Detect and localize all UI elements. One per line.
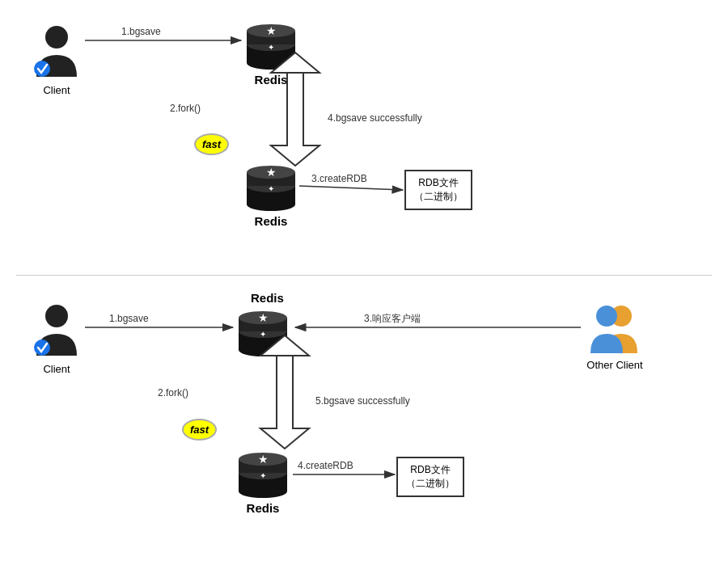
top-redis-child: ★ ✦ Redis [243, 158, 299, 228]
svg-point-39 [596, 306, 617, 327]
bottom-arrow5-label: 5.bgsave successfully [315, 395, 410, 407]
svg-text:✦: ✦ [268, 43, 274, 52]
other-client-icon [582, 303, 647, 356]
top-arrow2-label: 2.fork() [170, 103, 201, 114]
other-client-label: Other Client [586, 359, 642, 371]
bottom-arrow2-label: 2.fork() [158, 387, 188, 398]
top-redis-main-label: Redis [255, 73, 288, 86]
bottom-client-label: Client [43, 363, 70, 375]
bottom-rdb-box: RDB文件 （二进制） [396, 457, 464, 497]
svg-point-22 [45, 305, 68, 327]
svg-text:★: ★ [266, 24, 277, 37]
top-arrow4-label: 4.bgsave successfully [328, 112, 422, 124]
svg-marker-21 [271, 73, 320, 166]
svg-point-1 [34, 61, 50, 77]
svg-text:★: ★ [258, 311, 269, 324]
top-redis-main: ★ ✦ Redis [243, 16, 299, 86]
top-diagram: Client ★ ✦ Redis [0, 8, 728, 275]
bottom-redis-main-icon: ★ ✦ [235, 303, 291, 360]
bottom-fast-badge: fast [182, 419, 217, 441]
top-redis-child-icon: ★ ✦ [243, 158, 299, 214]
bottom-client: Client [32, 303, 81, 375]
bottom-diagram: Client Redis ★ ✦ ★ [0, 287, 728, 562]
bottom-redis-child: ★ ✦ Redis [235, 445, 291, 515]
bottom-client-icon [32, 303, 81, 360]
top-arrow1-label: 1.bgsave [121, 26, 161, 37]
top-arrows-svg: 1.bgsave 2.fork() 3.createRDB 4.bgsave s… [0, 8, 728, 275]
svg-text:✦: ✦ [260, 330, 266, 339]
svg-point-23 [34, 339, 50, 356]
bottom-rdb-line1: RDB文件 [406, 463, 455, 477]
svg-text:✦: ✦ [260, 471, 266, 480]
diagram-container: Client ★ ✦ Redis [0, 0, 728, 565]
other-client: Other Client [582, 303, 647, 371]
bottom-redis-main: ★ ✦ [235, 303, 291, 360]
section-divider [16, 275, 712, 276]
top-rdb-box: RDB文件 （二进制） [404, 170, 472, 210]
top-redis-child-label: Redis [255, 214, 288, 228]
svg-point-0 [45, 26, 68, 48]
top-client-label: Client [43, 84, 70, 96]
bottom-arrow3-label: 3.响应客户端 [364, 313, 421, 324]
client-person-icon [32, 24, 81, 81]
svg-text:✦: ✦ [268, 184, 274, 193]
top-rdb-line1: RDB文件 [414, 176, 463, 190]
svg-line-20 [299, 186, 403, 190]
bottom-redis-child-label: Redis [247, 501, 280, 515]
top-fast-badge: fast [194, 133, 229, 155]
top-arrow3-label: 3.createRDB [311, 173, 367, 184]
svg-marker-45 [260, 356, 309, 449]
bottom-redis-child-icon: ★ ✦ [235, 445, 291, 501]
bottom-arrow4-label: 4.createRDB [298, 460, 353, 471]
svg-text:★: ★ [258, 453, 269, 466]
top-client: Client [32, 24, 81, 96]
top-rdb-line2: （二进制） [414, 190, 463, 204]
top-redis-main-icon: ★ ✦ [243, 16, 299, 73]
svg-text:★: ★ [266, 166, 277, 179]
bottom-arrow1-label: 1.bgsave [109, 313, 149, 324]
bottom-rdb-line2: （二进制） [406, 477, 455, 491]
